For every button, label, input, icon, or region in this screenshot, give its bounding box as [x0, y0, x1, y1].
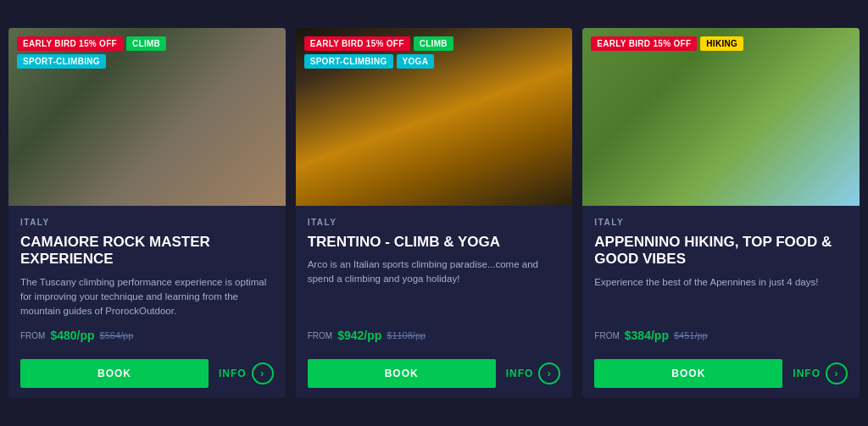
- badge-yoga: YOGA: [397, 54, 435, 69]
- card-trentino-price: FROM$942/pp$1108/pp: [308, 329, 561, 342]
- card-camaiore-badges: EARLY BIRD 15% OFFCLIMBSPORT-CLIMBING: [17, 36, 166, 69]
- card-appennino-book-button[interactable]: BOOK: [594, 359, 782, 388]
- card-camaiore-country: ITALY: [20, 218, 274, 227]
- card-camaiore-footer: BOOKINFO›: [8, 351, 286, 398]
- card-appennino-price-original: $451/pp: [674, 330, 708, 340]
- card-appennino-info-label: INFO: [793, 368, 821, 379]
- card-trentino: EARLY BIRD 15% OFFCLIMBSPORT-CLIMBINGYOG…: [296, 28, 573, 399]
- card-trentino-info-circle-icon: ›: [538, 362, 560, 385]
- card-trentino-info-label: INFO: [506, 368, 534, 379]
- card-camaiore-price: FROM$480/pp$564/pp: [20, 329, 274, 342]
- card-camaiore-book-button[interactable]: BOOK: [20, 359, 209, 388]
- cards-container: EARLY BIRD 15% OFFCLIMBSPORT-CLIMBINGITA…: [8, 28, 860, 399]
- card-trentino-book-button[interactable]: BOOK: [308, 359, 496, 388]
- card-camaiore-price-current: $480/pp: [50, 329, 94, 342]
- card-appennino: EARLY BIRD 15% OFFHIKINGITALYAPPENNINO H…: [582, 28, 860, 399]
- badge-hiking: HIKING: [700, 36, 743, 51]
- card-camaiore-info-circle-icon: ›: [252, 362, 274, 385]
- card-camaiore-info-label: INFO: [219, 368, 247, 379]
- card-appennino-description: Experience the best of the Apennines in …: [594, 275, 848, 319]
- badge-sport-climbing: SPORT-CLIMBING: [17, 54, 106, 69]
- card-camaiore: EARLY BIRD 15% OFFCLIMBSPORT-CLIMBINGITA…: [8, 28, 286, 399]
- badge-sport-climbing: SPORT-CLIMBING: [304, 54, 393, 69]
- card-camaiore-image: EARLY BIRD 15% OFFCLIMBSPORT-CLIMBING: [8, 28, 286, 206]
- card-trentino-body: ITALYTRENTINO - CLIMB & YOGAArco is an I…: [296, 206, 573, 351]
- card-trentino-footer: BOOKINFO›: [296, 351, 573, 398]
- badge-early-bird-15%-off: EARLY BIRD 15% OFF: [591, 36, 697, 51]
- card-trentino-title: TRENTINO - CLIMB & YOGA: [308, 234, 561, 251]
- card-appennino-info-circle-icon: ›: [826, 362, 848, 385]
- card-trentino-description: Arco is an Italian sports climbing parad…: [308, 257, 561, 318]
- card-camaiore-price-from-label: FROM: [20, 331, 45, 340]
- badge-climb: CLIMB: [414, 36, 453, 51]
- badge-early-bird-15%-off: EARLY BIRD 15% OFF: [17, 36, 123, 51]
- card-trentino-price-current: $942/pp: [337, 329, 381, 342]
- card-appennino-price-current: $384/pp: [625, 329, 669, 342]
- card-appennino-info-button[interactable]: INFO›: [793, 362, 848, 385]
- card-camaiore-description: The Tuscany climbing performance experie…: [20, 275, 274, 319]
- card-trentino-price-original: $1108/pp: [387, 330, 426, 340]
- card-trentino-info-button[interactable]: INFO›: [506, 362, 561, 385]
- card-trentino-price-from-label: FROM: [308, 331, 332, 340]
- card-trentino-country: ITALY: [308, 218, 561, 227]
- card-camaiore-info-button[interactable]: INFO›: [219, 362, 274, 385]
- badge-climb: CLIMB: [126, 36, 166, 51]
- card-camaiore-price-original: $564/pp: [100, 330, 134, 340]
- card-appennino-badges: EARLY BIRD 15% OFFHIKING: [591, 36, 743, 51]
- card-trentino-badges: EARLY BIRD 15% OFFCLIMBSPORT-CLIMBINGYOG…: [304, 36, 453, 69]
- card-appennino-country: ITALY: [594, 218, 848, 227]
- card-appennino-image: EARLY BIRD 15% OFFHIKING: [582, 28, 860, 206]
- card-trentino-image: EARLY BIRD 15% OFFCLIMBSPORT-CLIMBINGYOG…: [296, 28, 573, 206]
- card-appennino-price: FROM$384/pp$451/pp: [594, 329, 848, 342]
- card-appennino-body: ITALYAPPENNINO HIKING, TOP FOOD & GOOD V…: [582, 206, 860, 351]
- card-camaiore-title: CAMAIORE ROCK MASTER EXPERIENCE: [20, 234, 274, 268]
- card-camaiore-body: ITALYCAMAIORE ROCK MASTER EXPERIENCEThe …: [8, 206, 286, 351]
- card-appennino-title: APPENNINO HIKING, TOP FOOD & GOOD VIBES: [594, 234, 848, 268]
- card-appennino-footer: BOOKINFO›: [582, 351, 860, 398]
- card-appennino-price-from-label: FROM: [594, 331, 619, 340]
- badge-early-bird-15%-off: EARLY BIRD 15% OFF: [304, 36, 410, 51]
